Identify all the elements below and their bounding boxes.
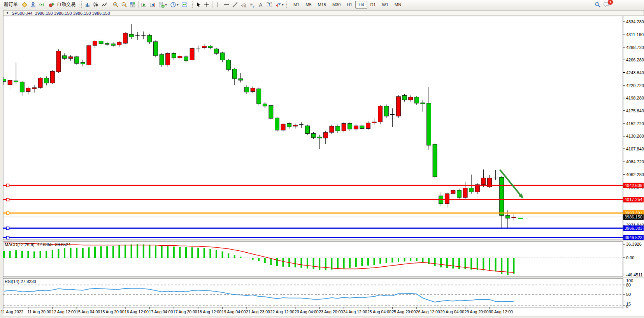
macd-histogram-bar xyxy=(276,258,278,266)
bull-candle xyxy=(251,88,255,92)
gold-diamond-icon[interactable] xyxy=(20,1,29,9)
bull-candle xyxy=(56,51,61,72)
trendline-icon[interactable] xyxy=(231,1,239,9)
candlestick-chart-icon[interactable] xyxy=(91,1,100,9)
bear-candle xyxy=(384,106,388,116)
macd-histogram-bar xyxy=(100,246,102,258)
macd-axis-label: 36.3926 xyxy=(626,242,642,246)
hline-handle[interactable] xyxy=(7,211,9,214)
new-order-button[interactable]: 新订单 xyxy=(2,1,20,9)
chart-title-bar: ▼ SP500-,H4 3986.150 3986.150 3986.150 3… xyxy=(3,10,644,16)
timeframe-m1[interactable]: M1 xyxy=(290,1,302,9)
macd-histogram-bar xyxy=(246,258,247,258)
hline-handle[interactable] xyxy=(7,184,9,187)
period-clock-icon-caret[interactable]: ▾ xyxy=(177,3,179,7)
profile-icon[interactable] xyxy=(29,1,37,9)
template-chart-icon[interactable] xyxy=(180,1,189,9)
search-icon[interactable] xyxy=(593,1,602,9)
panel-separator[interactable] xyxy=(0,240,644,241)
text-label-icon[interactable]: T xyxy=(265,1,274,9)
macd-histogram-bar xyxy=(131,245,132,258)
bull-candle xyxy=(8,80,12,85)
bull-candle xyxy=(397,96,401,116)
bull-candle xyxy=(123,33,128,43)
rsi-axis-label: 0 xyxy=(626,304,628,309)
price-tick-label: 4266.280 xyxy=(626,58,644,62)
price-tick-label: 4062.280 xyxy=(626,172,644,177)
rsi-panel[interactable] xyxy=(3,278,623,307)
collapse-chart-icon[interactable]: ▼ xyxy=(6,11,9,15)
equidistant-channel-icon[interactable]: E xyxy=(239,1,248,9)
cursor-icon[interactable] xyxy=(194,1,202,9)
current-price-label: 3986.150 xyxy=(625,215,642,219)
new-chart-icon-caret[interactable]: ▾ xyxy=(165,3,167,7)
bull-candle xyxy=(202,46,206,47)
macd-histogram-bar xyxy=(240,257,241,258)
hline-handle[interactable] xyxy=(7,227,9,230)
price-tick-label: 4198.280 xyxy=(626,96,644,100)
bear-candle xyxy=(105,43,109,44)
bar-chart-icon[interactable] xyxy=(83,1,91,9)
tile-windows-icon[interactable] xyxy=(128,1,137,9)
macd-histogram-bar xyxy=(40,251,41,258)
shapes-icon-caret[interactable]: ▾ xyxy=(282,3,284,7)
signal-icon[interactable] xyxy=(37,1,46,9)
timeframe-w1[interactable]: W1 xyxy=(379,1,392,9)
macd-histogram-bar xyxy=(191,247,193,258)
bull-candle xyxy=(342,124,346,131)
macd-histogram-bar xyxy=(374,258,375,265)
hline-price-label: 4017.254 xyxy=(625,197,642,202)
toolbar-grip xyxy=(79,1,82,8)
bear-candle xyxy=(421,103,425,104)
period-clock-icon[interactable]: ▾ xyxy=(168,1,180,9)
bear-candle xyxy=(402,95,407,100)
horizontal-line-icon[interactable] xyxy=(222,1,231,9)
new-order-button-label: 新订单 xyxy=(4,1,18,8)
crosshair-icon[interactable] xyxy=(202,1,211,9)
macd-histogram-bar xyxy=(452,258,454,269)
macd-histogram-bar xyxy=(15,250,17,258)
timeframe-m5[interactable]: M5 xyxy=(302,1,314,9)
hline-handle[interactable] xyxy=(7,198,9,201)
timeframe-d1[interactable]: D1 xyxy=(367,1,379,9)
bear-candle xyxy=(20,82,24,92)
rsi-label: RSI(14) 27.8230 xyxy=(5,279,36,284)
chat-icon[interactable]: 1 xyxy=(602,1,611,9)
zoom-out-icon[interactable] xyxy=(120,1,128,9)
macd-histogram-bar xyxy=(173,246,175,258)
time-tick-label: 17 Aug 04:00 xyxy=(149,309,173,314)
fibonacci-icon[interactable]: F xyxy=(248,1,256,9)
time-tick-label: 22 Aug 12:00 xyxy=(270,309,294,314)
text-icon[interactable]: A xyxy=(256,1,265,9)
notification-badge[interactable]: 1 xyxy=(608,0,613,5)
vertical-line-icon[interactable] xyxy=(214,1,222,9)
shapes-icon[interactable]: ▾ xyxy=(274,1,285,9)
panel-separator[interactable] xyxy=(0,277,644,278)
macd-histogram-bar xyxy=(33,252,35,258)
new-chart-icon[interactable]: ▾ xyxy=(157,1,168,9)
timeframe-m15[interactable]: M15 xyxy=(315,1,329,9)
chart-canvas[interactable]: 4334.2804311.1604288.7204266.2804243.840… xyxy=(0,16,644,318)
auto-scroll-icon[interactable] xyxy=(140,1,148,9)
zoom-in-icon[interactable] xyxy=(111,1,120,9)
bear-candle xyxy=(184,57,188,61)
line-chart-icon[interactable] xyxy=(100,1,109,9)
macd-histogram-bar xyxy=(458,258,460,269)
timeframe-mn[interactable]: MN xyxy=(391,1,404,9)
macd-histogram-bar xyxy=(349,258,351,268)
hline-price-label: 4042.608 xyxy=(625,183,642,188)
macd-histogram-bar xyxy=(410,258,411,261)
timeframe-m30[interactable]: M30 xyxy=(329,1,344,9)
macd-histogram-bar xyxy=(209,249,211,258)
time-tick-label: 29 Aug 04:00 xyxy=(440,309,464,314)
timeframe-h4[interactable]: H4 xyxy=(355,1,367,9)
timeframe-h1[interactable]: H1 xyxy=(344,1,355,9)
chart-shift-icon[interactable] xyxy=(148,1,157,9)
hline-handle[interactable] xyxy=(7,236,9,239)
macd-histogram-bar xyxy=(507,258,509,275)
auto-trading-button[interactable]: 自动交易 xyxy=(46,1,78,9)
main-plot-area[interactable] xyxy=(3,16,623,240)
bull-candle xyxy=(293,125,297,126)
bull-candle xyxy=(166,53,170,65)
bull-candle xyxy=(178,56,182,58)
